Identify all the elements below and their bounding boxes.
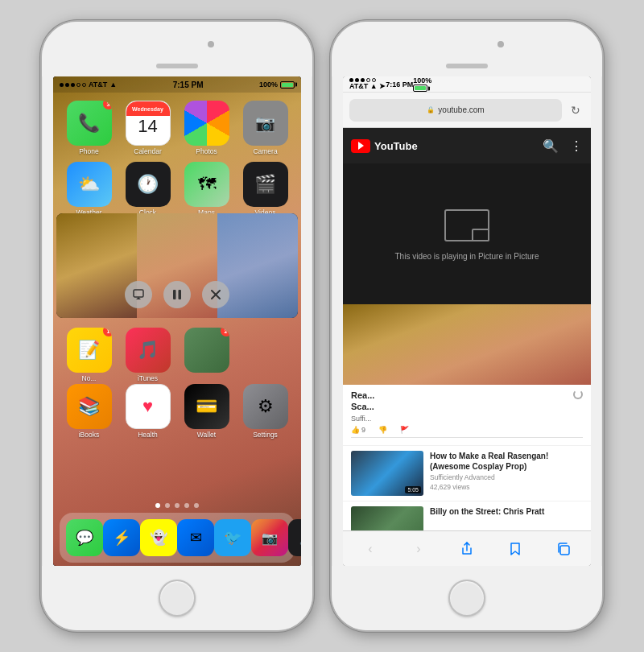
- notes-icon: 📝 1: [67, 328, 112, 373]
- item-views-2: 42,629 views: [430, 483, 583, 491]
- battery-icon-1: [280, 81, 295, 89]
- pip-airplay-btn-1[interactable]: [125, 281, 152, 308]
- thumbs-down-icon: 👎: [378, 426, 387, 434]
- safari-forward-btn[interactable]: ›: [404, 534, 433, 563]
- dock-snapchat[interactable]: 👻: [140, 519, 177, 556]
- screen-2: AT&T ▲ ➤ 7:16 PM 100% 🔒 youtube.com: [343, 76, 591, 566]
- wifi-icon-2: ▲: [370, 82, 378, 90]
- dot4: [76, 83, 80, 87]
- ibooks-label: iBooks: [79, 431, 100, 439]
- phone-bottom-1: [42, 566, 312, 630]
- youtube-search-icon[interactable]: 🔍: [541, 138, 560, 154]
- app-videos[interactable]: 🎬 Videos: [237, 162, 293, 217]
- yt-like-action[interactable]: 👍 9: [351, 426, 365, 434]
- photos-label: Photos: [196, 148, 217, 155]
- app-phone[interactable]: 📞 3 Phone: [61, 101, 117, 155]
- dot-1: [165, 503, 170, 508]
- dot-4: [194, 503, 199, 508]
- speaker-1: [156, 64, 198, 68]
- battery-fill-2: [415, 86, 426, 90]
- app-maps[interactable]: 🗺 Maps: [179, 162, 234, 217]
- battery-label-2: 100%: [413, 76, 431, 85]
- app-itunes[interactable]: 🎵 iTunes: [120, 328, 175, 382]
- dock-instagram-icon: 📷: [251, 519, 288, 556]
- app-clock[interactable]: 🕐 Clock: [120, 162, 175, 217]
- empty-slot: [237, 328, 283, 373]
- pip-pause-btn-1[interactable]: [163, 281, 191, 308]
- svg-rect-2: [179, 290, 182, 299]
- dock-twitter[interactable]: 🐦: [214, 519, 251, 556]
- dock-instagram[interactable]: 📷: [251, 519, 288, 556]
- yt-dislike-action[interactable]: 👎: [378, 426, 387, 434]
- carrier-1: AT&T: [89, 80, 107, 89]
- app-health[interactable]: ♥ Health: [120, 384, 175, 439]
- battery-fill-1: [282, 83, 293, 87]
- videos-icon: 🎬: [243, 162, 288, 207]
- home-button-1[interactable]: [159, 580, 196, 617]
- dock-snapchat-icon: 👻: [140, 519, 177, 556]
- app-weather[interactable]: ⛅ Weather: [61, 162, 117, 217]
- calendar-icon: Wednesday 14: [126, 101, 171, 146]
- duration-2: 5:05: [405, 486, 421, 493]
- app-wallet[interactable]: 💳 Wallet: [179, 384, 234, 439]
- youtube-logo-icon: [351, 139, 370, 153]
- wifi-icon-1: ▲: [109, 80, 117, 89]
- dock-music-icon: 🎵: [288, 519, 301, 556]
- dot-0: [155, 503, 160, 508]
- youtube-header: YouTube 🔍 ⋮: [343, 128, 591, 163]
- pip-close-btn-1[interactable]: [202, 281, 229, 308]
- reload-button[interactable]: ↻: [567, 104, 584, 117]
- app-calendar[interactable]: Wednesday 14 Calendar: [120, 101, 175, 155]
- phone-1: AT&T ▲ 7:15 PM 100% 📞 3: [40, 20, 314, 632]
- carrier-2: AT&T: [349, 82, 368, 90]
- dot1: [60, 83, 64, 87]
- item-info-2: How to Make a Real Rasengan! (Awesome Co…: [430, 451, 583, 491]
- dock-music[interactable]: 🎵: [288, 519, 301, 556]
- phone2-screen: AT&T ▲ ➤ 7:16 PM 100% 🔒 youtube.com: [343, 76, 591, 566]
- app-ibooks[interactable]: 📚 iBooks: [61, 384, 117, 439]
- app-photos[interactable]: Photos: [179, 101, 234, 155]
- youtube-logo: YouTube: [351, 139, 418, 153]
- status-left-2: AT&T ▲ ➤: [349, 78, 386, 90]
- pip-seg3: [217, 213, 298, 318]
- yt-video-channel: Suffi...: [351, 415, 583, 423]
- phone1-screen: AT&T ▲ 7:15 PM 100% 📞 3: [53, 76, 301, 566]
- youtube-play-triangle: [358, 142, 364, 150]
- youtube-label: YouTube: [374, 140, 418, 152]
- dock-messenger[interactable]: ⚡: [103, 519, 140, 556]
- safari-tabs-btn[interactable]: [549, 534, 578, 563]
- address-bar[interactable]: 🔒 youtube.com: [349, 99, 562, 122]
- pip-rect-inner: [472, 229, 489, 241]
- health-icon: ♥: [126, 384, 171, 429]
- dock-mail[interactable]: ✉: [177, 519, 214, 556]
- dot5: [82, 83, 86, 87]
- list-item[interactable]: 5:05 How to Make a Real Rasengan! (Aweso…: [343, 446, 591, 501]
- battery-label-1: 100%: [259, 80, 278, 89]
- cal-header: Wednesday: [126, 101, 170, 116]
- app-grid-1: 📞 3 Phone Wednesday 14 Calendar: [53, 94, 301, 224]
- home-button-2[interactable]: [448, 580, 485, 617]
- safari-bookmarks-btn[interactable]: [501, 534, 530, 563]
- dock-messages[interactable]: 💬: [66, 519, 103, 556]
- safari-share-btn[interactable]: [452, 534, 481, 563]
- yt-flag-action[interactable]: 🚩: [400, 426, 409, 434]
- cal-day: 14: [138, 118, 157, 135]
- clock-icon: 🕐: [126, 162, 171, 207]
- list-item[interactable]: Billy on the Street: Chris Pratt: [343, 501, 591, 530]
- app-camera[interactable]: 📷 Camera: [237, 101, 293, 155]
- pip-playing-text: This video is playing in Picture in Pict…: [395, 252, 539, 261]
- yt-video-title: Rea... Sca...: [351, 390, 583, 413]
- dock-mail-icon: ✉: [177, 519, 214, 556]
- safari-back-btn[interactable]: ‹: [356, 534, 385, 563]
- youtube-more-icon[interactable]: ⋮: [567, 138, 583, 154]
- itunes-icon: 🎵: [126, 328, 171, 373]
- signal-1: [60, 83, 86, 87]
- dock-1: 💬 ⚡ 👻 ✉: [60, 513, 295, 563]
- app-settings[interactable]: ⚙ Settings: [237, 384, 293, 439]
- svg-rect-10: [560, 546, 569, 555]
- app-placeholder[interactable]: 2: [179, 328, 234, 382]
- status-left-1: AT&T ▲: [60, 80, 117, 89]
- item-title-2: How to Make a Real Rasengan! (Awesome Co…: [430, 451, 583, 472]
- ibooks-icon: 📚: [67, 384, 112, 429]
- app-notes[interactable]: 📝 1 No...: [61, 328, 117, 382]
